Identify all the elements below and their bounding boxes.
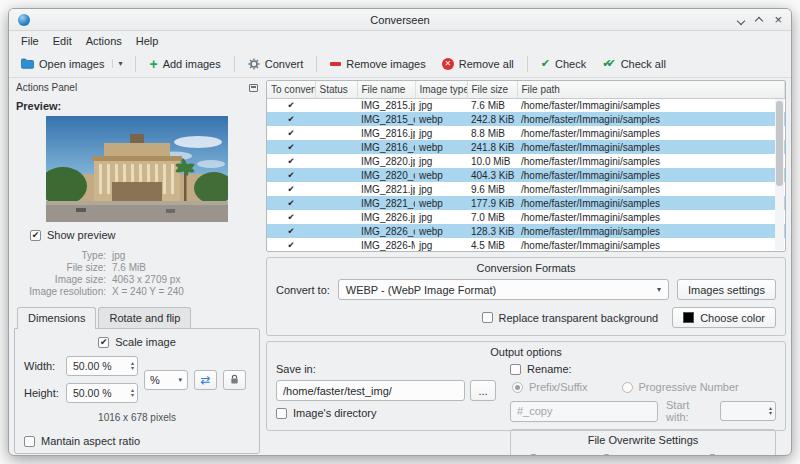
table-row[interactable]: ✔ IMG_2815.jpg jpg 7.6 MiB /home/faster/…: [267, 98, 785, 112]
col-status[interactable]: Status: [315, 81, 357, 98]
row-convert-check[interactable]: ✔: [267, 168, 315, 182]
tab-rotate-flip[interactable]: Rotate and flip: [98, 307, 191, 328]
unit-select[interactable]: % ▾: [144, 370, 188, 390]
scale-image-checkbox[interactable]: Scale image: [24, 336, 250, 348]
table-row[interactable]: ✔ IMG_2821.jpg jpg 9.6 MiB /home/faster/…: [267, 182, 785, 196]
row-file-path: /home/faster/Immagini/samples: [517, 126, 785, 140]
table-scrollbar[interactable]: [775, 99, 784, 250]
width-spinner[interactable]: 50.00 % ▴▾: [66, 356, 138, 376]
row-image-type: webp: [415, 224, 467, 238]
tab-dimensions[interactable]: Dimensions: [17, 307, 96, 329]
open-images-dropdown-arrow[interactable]: ▾: [112, 59, 122, 68]
col-file-name[interactable]: File name: [357, 81, 415, 98]
resolution-label: Image resolution:: [14, 286, 106, 297]
checkbox-box: [30, 230, 41, 241]
format-select[interactable]: WEBP - (WebP Image Format) ▾: [338, 279, 669, 300]
row-convert-check[interactable]: ✔: [267, 238, 315, 252]
close-button[interactable]: ×: [774, 15, 782, 25]
row-file-name: IMG_2816.jpg: [357, 126, 415, 140]
swap-dimensions-button[interactable]: ⇄: [194, 370, 217, 390]
row-convert-check[interactable]: ✔: [267, 154, 315, 168]
row-convert-check[interactable]: ✔: [267, 140, 315, 154]
menu-actions[interactable]: Actions: [79, 33, 129, 49]
row-file-path: /home/faster/Immagini/samples: [517, 140, 785, 154]
rename-pattern-input[interactable]: [510, 401, 658, 422]
maximize-button[interactable]: [756, 14, 762, 26]
table-row[interactable]: ✔ IMG_2816_co... webp 241.8 KiB /home/fa…: [267, 140, 785, 154]
toolbar-separator: [527, 56, 528, 72]
menu-help[interactable]: Help: [129, 33, 166, 49]
lock-icon: [229, 374, 240, 385]
remove-all-button[interactable]: ✕ Remove all: [435, 54, 521, 74]
width-label: Width:: [24, 360, 61, 372]
row-file-path: /home/faster/Immagini/samples: [517, 168, 785, 182]
images-directory-checkbox[interactable]: Image's directory: [276, 407, 496, 419]
toolbar-separator: [234, 56, 235, 72]
choose-color-button[interactable]: Choose color: [672, 307, 776, 328]
save-path-input[interactable]: [276, 380, 465, 401]
start-with-spinner[interactable]: ▴▾: [720, 401, 776, 421]
images-settings-button[interactable]: Images settings: [677, 279, 776, 300]
toolbar: Open images ▾ + Add images Convert Remov…: [9, 50, 791, 78]
scrollbar-thumb[interactable]: [776, 101, 783, 186]
remove-images-button[interactable]: Remove images: [323, 54, 432, 74]
lock-ratio-button[interactable]: [223, 370, 246, 390]
col-file-path[interactable]: File path: [517, 81, 785, 98]
row-convert-check[interactable]: ✔: [267, 112, 315, 126]
add-images-button[interactable]: + Add images: [142, 54, 227, 74]
table-row[interactable]: ✔ IMG_2826_co... webp 128.3 KiB /home/fa…: [267, 224, 785, 238]
col-file-size[interactable]: File size: [467, 81, 517, 98]
table-row[interactable]: ✔ IMG_2816.jpg jpg 8.8 MiB /home/faster/…: [267, 126, 785, 140]
rename-checkbox[interactable]: Rename:: [510, 363, 776, 375]
chevron-down-icon: ▾: [178, 376, 182, 384]
prefix-suffix-radio[interactable]: Prefix/Suffix: [512, 381, 588, 393]
check-all-button[interactable]: ✔✔ Check all: [595, 54, 673, 74]
row-image-type: jpg: [415, 154, 467, 168]
preview-image: [46, 116, 228, 222]
row-convert-check[interactable]: ✔: [267, 224, 315, 238]
row-convert-check[interactable]: ✔: [267, 182, 315, 196]
table-row[interactable]: ✔ IMG_2821_co... webp 177.9 KiB /home/fa…: [267, 196, 785, 210]
browse-button[interactable]: ...: [470, 380, 496, 401]
check-button[interactable]: ✔ Check: [534, 54, 593, 74]
row-file-name: IMG_2815_co...: [357, 112, 415, 126]
undock-icon[interactable]: [249, 84, 258, 92]
checkbox-box: [276, 408, 287, 419]
row-file-name: IMG_2821.jpg: [357, 182, 415, 196]
row-image-type: jpg: [415, 238, 467, 252]
spinner-arrows[interactable]: ▴▾: [769, 403, 772, 419]
menu-file[interactable]: File: [14, 33, 46, 49]
spinner-arrows[interactable]: ▴▾: [131, 358, 134, 374]
file-table-body: ✔ IMG_2815.jpg jpg 7.6 MiB /home/faster/…: [267, 98, 785, 252]
row-convert-check[interactable]: ✔: [267, 210, 315, 224]
row-convert-check[interactable]: ✔: [267, 126, 315, 140]
row-image-type: jpg: [415, 182, 467, 196]
plus-icon: +: [149, 59, 157, 69]
file-size-label: File size:: [14, 262, 106, 273]
progressive-number-radio[interactable]: Progressive Number: [622, 381, 739, 393]
table-row[interactable]: ✔ IMG_2826.jpg jpg 7.0 MiB /home/faster/…: [267, 210, 785, 224]
replace-transparent-checkbox[interactable]: Replace transparent background: [482, 312, 659, 324]
chevron-down-icon: [737, 16, 745, 24]
table-row[interactable]: ✔ IMG_2820.jpg jpg 10.0 MiB /home/faster…: [267, 154, 785, 168]
spinner-arrows[interactable]: ▴▾: [131, 385, 134, 401]
checkbox-box: [482, 312, 493, 323]
minimize-button[interactable]: [738, 14, 744, 26]
col-image-type[interactable]: Image type: [415, 81, 467, 98]
row-file-name: IMG_2815.jpg: [357, 98, 415, 112]
row-convert-check[interactable]: ✔: [267, 196, 315, 210]
table-row[interactable]: ✔ IMG_2820_co... webp 404.3 KiB /home/fa…: [267, 168, 785, 182]
row-file-size: 4.5 MiB: [467, 238, 517, 252]
open-images-button[interactable]: Open images ▾: [14, 54, 129, 74]
conversion-formats-title: Conversion Formats: [276, 262, 776, 274]
table-row[interactable]: ✔ IMG_2815_co... webp 242.8 KiB /home/fa…: [267, 112, 785, 126]
folder-icon: [21, 58, 34, 69]
convert-button[interactable]: Convert: [241, 54, 311, 74]
height-spinner[interactable]: 50.00 % ▴▾: [66, 383, 138, 403]
table-row[interactable]: ✔ IMG_2826-M... jpg 4.5 MiB /home/faster…: [267, 238, 785, 252]
row-status: [315, 126, 357, 140]
row-convert-check[interactable]: ✔: [267, 98, 315, 112]
show-preview-checkbox[interactable]: Show preview: [30, 229, 260, 241]
col-to-convert[interactable]: To convert: [267, 81, 315, 98]
menu-edit[interactable]: Edit: [46, 33, 79, 49]
